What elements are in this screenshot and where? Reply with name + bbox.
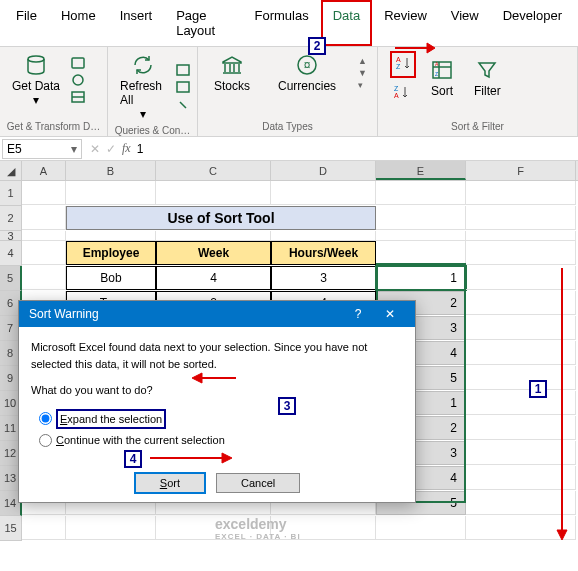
tab-view[interactable]: View: [439, 0, 491, 46]
arrow-annotation: [150, 450, 232, 466]
row-header[interactable]: 15: [0, 516, 22, 541]
sort-button[interactable]: AZ Sort: [424, 56, 460, 100]
expand-icon[interactable]: ▾: [358, 80, 367, 90]
get-data-button[interactable]: Get Data ▾: [6, 51, 66, 109]
dialog-titlebar[interactable]: Sort Warning ? ✕: [19, 301, 415, 327]
currencies-button[interactable]: ¤ Currencies: [272, 51, 342, 95]
row-header[interactable]: 3: [0, 231, 22, 241]
formula-bar-row: E5 ▾ ✕ ✓ fx 1: [0, 137, 578, 161]
enter-formula-icon[interactable]: ✓: [106, 142, 116, 156]
ribbon: Get Data ▾ Get & Transform D… Refresh Al…: [0, 47, 578, 137]
dialog-cancel-button[interactable]: Cancel: [216, 473, 300, 493]
filter-label: Filter: [474, 84, 501, 98]
tab-data[interactable]: Data: [321, 0, 372, 46]
table-cell[interactable]: 4: [156, 266, 271, 290]
sort-label: Sort: [431, 84, 453, 98]
col-header-a[interactable]: A: [22, 161, 66, 180]
from-web-icon[interactable]: [70, 73, 86, 87]
sheet-title: Use of Sort Tool: [66, 206, 376, 230]
stocks-button[interactable]: Stocks: [208, 51, 256, 95]
tab-insert[interactable]: Insert: [108, 0, 165, 46]
svg-marker-23: [222, 453, 232, 463]
arrow-annotation: [395, 38, 435, 58]
chevron-down-icon[interactable]: ▾: [71, 142, 77, 156]
filter-button[interactable]: Filter: [468, 56, 507, 100]
svg-text:Z: Z: [396, 63, 401, 70]
col-header-c[interactable]: C: [156, 161, 271, 180]
stocks-label: Stocks: [214, 79, 250, 93]
chevron-down-icon: ▾: [140, 107, 146, 121]
watermark: exceldemyEXCEL · DATA · BI: [215, 516, 301, 541]
callout-1: 1: [529, 380, 547, 398]
chevron-down-icon: ▾: [33, 93, 39, 107]
sort-descending-button[interactable]: ZA: [390, 82, 416, 105]
radio-expand[interactable]: [39, 412, 52, 425]
col-header-d[interactable]: D: [271, 161, 376, 180]
svg-marker-21: [192, 373, 202, 383]
svg-marker-19: [427, 43, 435, 53]
bank-icon: [220, 53, 244, 77]
dialog-close-icon[interactable]: ✕: [375, 307, 405, 321]
callout-2: 2: [308, 37, 326, 55]
col-header-e[interactable]: E: [376, 161, 466, 180]
arrow-annotation: [555, 268, 569, 540]
row-header[interactable]: 4: [0, 241, 22, 266]
scroll-down-icon[interactable]: ▼: [358, 68, 367, 78]
dialog-message: Microsoft Excel found data next to your …: [31, 339, 403, 372]
arrow-annotation: [192, 371, 236, 385]
edit-links-icon[interactable]: [175, 97, 191, 111]
refresh-all-button[interactable]: Refresh All ▾: [114, 51, 171, 123]
fx-icon[interactable]: fx: [122, 141, 131, 156]
col-header-f[interactable]: F: [466, 161, 576, 180]
callout-3: 3: [278, 397, 296, 415]
sort-za-icon: ZA: [392, 84, 410, 100]
row-header[interactable]: 1: [0, 181, 22, 206]
database-icon: [24, 53, 48, 77]
col-header-b[interactable]: B: [66, 161, 156, 180]
row-header[interactable]: 2: [0, 206, 22, 231]
filter-icon: [475, 58, 499, 82]
tab-home[interactable]: Home: [49, 0, 108, 46]
svg-text:Z: Z: [435, 71, 438, 77]
svg-rect-1: [72, 58, 84, 68]
radio-expand-label: xpand the selection: [67, 413, 162, 425]
from-table-icon[interactable]: [70, 90, 86, 104]
svg-text:¤: ¤: [304, 58, 311, 72]
dialog-help-icon[interactable]: ?: [343, 307, 373, 321]
svg-point-2: [73, 75, 83, 85]
formula-value[interactable]: 1: [137, 142, 144, 156]
svg-text:A: A: [394, 92, 399, 99]
sort-icon: AZ: [430, 58, 454, 82]
svg-point-0: [28, 56, 44, 62]
from-text-icon[interactable]: [70, 56, 86, 70]
svg-rect-5: [177, 65, 189, 75]
callout-4: 4: [124, 450, 142, 468]
select-all-cell[interactable]: ◢: [0, 161, 22, 181]
refresh-icon: [131, 53, 155, 77]
dialog-sort-button[interactable]: Sort: [134, 472, 206, 494]
scroll-up-icon[interactable]: ▲: [358, 56, 367, 66]
svg-rect-6: [177, 82, 189, 92]
get-data-label: Get Data: [12, 79, 60, 93]
cancel-formula-icon[interactable]: ✕: [90, 142, 100, 156]
queries-icon[interactable]: [175, 63, 191, 77]
table-cell[interactable]: 3: [271, 266, 376, 290]
tab-file[interactable]: File: [4, 0, 49, 46]
dialog-title: Sort Warning: [29, 307, 99, 321]
group-label-datatypes: Data Types: [204, 119, 371, 132]
radio-continue[interactable]: [39, 434, 52, 447]
properties-icon[interactable]: [175, 80, 191, 94]
th-hours: Hours/Week: [271, 241, 376, 265]
table-cell[interactable]: Bob: [66, 266, 156, 290]
ribbon-tabs: File Home Insert Page Layout Formulas Da…: [0, 0, 578, 47]
tab-pagelayout[interactable]: Page Layout: [164, 0, 242, 46]
th-week: Week: [156, 241, 271, 265]
tab-developer[interactable]: Developer: [491, 0, 574, 46]
selected-cell[interactable]: 1: [376, 266, 466, 290]
row-header[interactable]: 5: [0, 266, 22, 291]
th-employee: Employee: [66, 241, 156, 265]
svg-text:Z: Z: [394, 85, 399, 92]
currencies-label: Currencies: [278, 79, 336, 93]
group-label-queries: Queries & Con…: [114, 123, 191, 136]
name-box[interactable]: E5 ▾: [2, 139, 82, 159]
